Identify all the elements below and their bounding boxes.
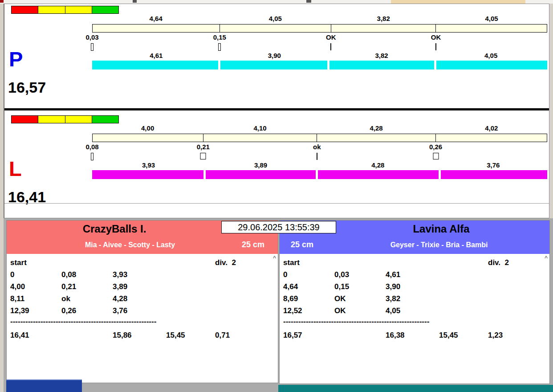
dog-time: 4,28 xyxy=(113,293,166,305)
lane-letter: P xyxy=(9,49,23,69)
datetime-display: 29.06.2025 13:55:39 xyxy=(221,221,336,233)
split-marker-tick xyxy=(91,43,94,51)
lanes-window: 4,64 4,05 3,82 4,05 0,03 0,15 xyxy=(4,4,549,218)
split-marker-tick xyxy=(91,153,94,160)
table-row: 4,64 0,15 3,90 xyxy=(283,281,549,293)
plan-time-label: 4,05 xyxy=(220,15,331,23)
plan-time-label: 4,10 xyxy=(203,124,317,132)
lane-total-time: 16,57 xyxy=(8,79,46,96)
cumulative-time: 8,69 xyxy=(283,293,334,305)
split-marker-label: ok xyxy=(313,143,321,151)
run-bar-segment xyxy=(206,170,316,179)
change-time: OK xyxy=(334,293,386,305)
run-time-label: 4,61 xyxy=(92,52,220,60)
lane-divider xyxy=(4,108,549,110)
background-text-fragment xyxy=(133,0,137,3)
split-marker-label: 0,03 xyxy=(85,33,98,41)
cumulative-time: 12,52 xyxy=(283,305,334,317)
split-marker-label: OK xyxy=(431,33,441,41)
background-window-fragment-red xyxy=(0,0,4,3)
time-diff: 1,23 xyxy=(488,329,549,341)
empty-cell xyxy=(166,257,215,269)
split-marker-tick xyxy=(433,153,439,159)
empty-cell xyxy=(439,257,488,269)
run-bar-segment xyxy=(329,61,434,69)
run-bar-segment xyxy=(92,170,203,179)
cumulative-time: 4,00 xyxy=(10,281,61,293)
cumulative-time: 0 xyxy=(10,269,61,281)
net-time: 15,86 xyxy=(113,329,166,341)
change-time: 0,15 xyxy=(334,281,386,293)
plan-time-bar xyxy=(92,24,547,33)
jump-height-label: 25 cm xyxy=(242,240,264,249)
plan-time-label: 4,00 xyxy=(92,124,203,132)
run-time-label: 4,05 xyxy=(435,52,547,60)
best-time: 15,45 xyxy=(166,329,215,341)
team-subheader: Geyser - Trixie - Bria - Bambi 25 cm xyxy=(280,237,549,254)
split-marker-tick xyxy=(435,43,436,50)
plan-time-label: 3,82 xyxy=(331,15,436,23)
empty-cell xyxy=(113,257,166,269)
table-row: 4,00 0,21 3,89 xyxy=(10,281,278,293)
dog-time: 4,05 xyxy=(386,305,439,317)
table-row: 8,11 ok 4,28 xyxy=(10,293,278,305)
dog-time: 4,61 xyxy=(386,269,439,281)
team-panel-left: CrazyBalls I. Mia - Aivee - Scotty - Las… xyxy=(6,220,278,383)
plan-bar-segment xyxy=(203,134,317,142)
net-time: 16,38 xyxy=(386,329,439,341)
run-time-label: 3,82 xyxy=(329,52,435,60)
scroll-up-button[interactable]: ^ xyxy=(545,255,548,261)
traffic-light-indicator xyxy=(11,115,119,123)
change-time: OK xyxy=(334,305,386,317)
traffic-light-indicator xyxy=(11,6,119,14)
traffic-green-segment xyxy=(92,6,118,13)
background-text-fragment-2 xyxy=(306,0,311,3)
plan-bar-segment xyxy=(331,24,436,32)
taskbar-fragment xyxy=(6,380,82,392)
empty-cell xyxy=(61,257,113,269)
background-window-fragment xyxy=(391,0,525,4)
empty-cell xyxy=(334,257,386,269)
start-label: start xyxy=(10,257,61,269)
results-table: start div. 2 0 0,03 4,61 4,64 0,15 xyxy=(280,254,549,341)
plan-bar-segment xyxy=(436,134,547,142)
table-header-row: start div. 2 xyxy=(10,257,278,269)
plan-time-label: 4,28 xyxy=(317,124,436,132)
team-subheader: Mia - Aivee - Scotty - Lasty 25 cm xyxy=(7,237,278,254)
plan-time-labels: 4,00 4,10 4,28 4,02 xyxy=(92,124,547,132)
traffic-red-segment xyxy=(12,116,38,123)
cumulative-time: 12,39 xyxy=(10,305,61,317)
total-time: 16,57 xyxy=(283,329,334,341)
change-time: ok xyxy=(61,293,113,305)
scroll-up-button[interactable]: ^ xyxy=(273,255,276,261)
dog-time: 3,82 xyxy=(386,293,439,305)
run-time-label: 3,76 xyxy=(439,161,547,169)
plan-time-bar xyxy=(92,134,547,142)
run-time-labels: 3,93 3,89 4,28 3,76 xyxy=(92,161,547,169)
table-row: 0 0,08 3,93 xyxy=(10,269,278,281)
traffic-yellow-segment-2 xyxy=(65,116,92,123)
total-time: 16,41 xyxy=(10,329,61,341)
division-label: div. 2 xyxy=(215,257,278,269)
team-results-panel: ^ start div. 2 0 0,03 4,61 xyxy=(280,254,549,384)
empty-cell xyxy=(334,329,386,341)
bottom-strip xyxy=(278,385,553,392)
table-row: 0 0,03 4,61 xyxy=(283,269,549,281)
split-marker-tick xyxy=(317,153,317,160)
plan-bar-segment xyxy=(436,24,547,32)
lane-section-p: 4,64 4,05 3,82 4,05 0,03 0,15 xyxy=(4,5,549,107)
best-time: 15,45 xyxy=(439,329,488,341)
run-bar-segment xyxy=(318,170,439,179)
change-time: 0,03 xyxy=(334,269,386,281)
team-results-panel: ^ start div. 2 0 0,08 3,93 xyxy=(7,254,278,383)
split-marker-tick xyxy=(218,43,221,51)
results-table: start div. 2 0 0,08 3,93 4,00 0,21 xyxy=(7,254,278,341)
table-row: 12,39 0,26 3,76 xyxy=(10,305,278,317)
team-members: Geyser - Trixie - Bria - Bambi xyxy=(280,241,549,249)
split-marker-label: 0,15 xyxy=(213,33,226,41)
cumulative-time: 8,11 xyxy=(10,293,61,305)
run-time-label: 3,89 xyxy=(205,161,317,169)
separator-line: ----------------------------------------… xyxy=(10,317,175,327)
split-marker-label: OK xyxy=(326,33,336,41)
run-bar-segment xyxy=(92,61,218,69)
